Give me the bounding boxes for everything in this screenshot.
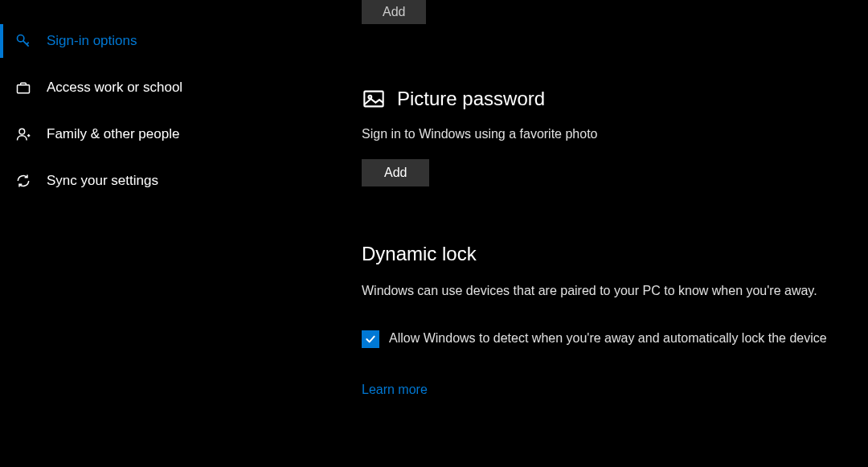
briefcase-icon — [14, 79, 32, 96]
picture-password-desc: Sign in to Windows using a favorite phot… — [362, 125, 836, 143]
sidebar-item-label: Access work or school — [47, 80, 182, 96]
picture-icon — [362, 87, 386, 111]
sidebar-item-access-work-school[interactable]: Access work or school — [0, 64, 257, 111]
sync-icon — [14, 172, 32, 190]
learn-more-link[interactable]: Learn more — [362, 383, 428, 396]
dynamic-lock-checkbox-label: Allow Windows to detect when you're away… — [389, 329, 827, 349]
svg-point-4 — [19, 129, 25, 134]
dynamic-lock-checkbox-row: Allow Windows to detect when you're away… — [362, 329, 828, 349]
dynamic-lock-checkbox[interactable] — [362, 330, 379, 348]
picture-password-title: Picture password — [397, 88, 545, 110]
dynamic-lock-body: Windows can use devices that are paired … — [362, 281, 828, 301]
person-plus-icon — [14, 125, 32, 143]
svg-rect-7 — [364, 92, 383, 107]
dynamic-lock-heading: Dynamic lock — [362, 243, 836, 265]
check-icon — [364, 333, 377, 346]
key-icon — [14, 32, 32, 50]
sidebar-item-label: Sync your settings — [47, 173, 158, 189]
sidebar-item-family-other-people[interactable]: Family & other people — [0, 111, 257, 158]
svg-rect-3 — [18, 85, 30, 93]
svg-point-0 — [18, 35, 24, 42]
sidebar-item-label: Sign-in options — [47, 33, 137, 49]
sidebar-item-signin-options[interactable]: Sign-in options — [0, 18, 257, 64]
picture-password-add-button[interactable]: Add — [362, 159, 429, 186]
settings-sidebar: Sign-in options Access work or school Fa… — [0, 0, 257, 467]
sidebar-item-sync-settings[interactable]: Sync your settings — [0, 158, 257, 204]
settings-main-panel: Add Picture password Sign in to Windows … — [257, 0, 868, 467]
add-button-top[interactable]: Add — [362, 0, 426, 24]
svg-line-2 — [27, 43, 28, 45]
picture-password-heading: Picture password — [362, 87, 836, 111]
sidebar-item-label: Family & other people — [47, 126, 179, 142]
